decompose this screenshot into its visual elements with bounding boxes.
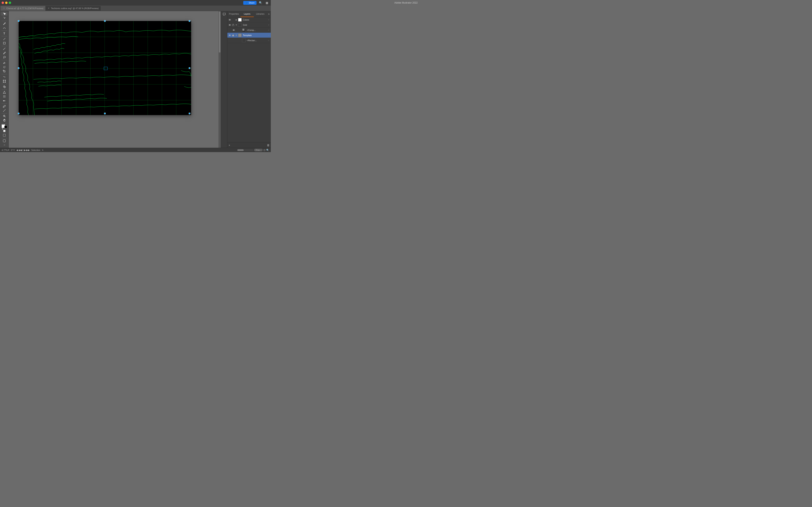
stroke-color-box[interactable]: [4, 125, 7, 128]
eyedropper-tool[interactable]: [1, 104, 7, 108]
grid-view-button[interactable]: ▦: [264, 0, 269, 5]
delete-layer-button[interactable]: 🗑: [267, 144, 270, 147]
rotate-tool[interactable]: [1, 65, 7, 69]
rectangle-tool[interactable]: [1, 41, 7, 45]
toolbar-divider-3: [2, 36, 7, 36]
rotation-dropdown-icon[interactable]: ▾: [13, 149, 15, 151]
toolbar-divider-1: [2, 21, 7, 21]
handle-bottom-left[interactable]: [18, 113, 19, 114]
handle-mid-left[interactable]: [18, 67, 19, 69]
layer-colors[interactable]: ▶ Colors ○: [227, 17, 271, 22]
pencil-tool[interactable]: [1, 51, 7, 55]
eraser-tool[interactable]: [1, 61, 7, 65]
layer-colors-expand[interactable]: ▶: [235, 18, 238, 21]
selection-tool[interactable]: [1, 12, 7, 16]
hand-tool[interactable]: [1, 118, 7, 122]
last-artboard-button[interactable]: ▶▶: [26, 149, 30, 152]
handle-top-right[interactable]: [189, 20, 190, 22]
pen-tool[interactable]: [1, 22, 7, 25]
handle-bottom-right[interactable]: [189, 113, 190, 114]
artboard-tool[interactable]: [1, 139, 7, 143]
perspective-grid-tool[interactable]: [1, 90, 7, 94]
gradient-tool[interactable]: [1, 99, 7, 103]
tab-2-close[interactable]: ✕: [47, 7, 50, 9]
layer-comp[interactable]: <Comp... ○: [227, 27, 271, 33]
layer-grid-lock[interactable]: [232, 23, 235, 26]
layer-grid-thumb: [238, 23, 242, 27]
layers-panel: ▶ Colors ○ ▼ Grid ○: [227, 17, 271, 142]
add-layer-button[interactable]: +: [229, 144, 230, 147]
artwork-svg: [19, 21, 191, 115]
zoom-control[interactable]: 4.77% ▾: [2, 149, 9, 151]
tab-libraries[interactable]: Libraries: [254, 11, 267, 17]
handle-mid-right[interactable]: [189, 67, 190, 69]
tab-layers[interactable]: Layers: [241, 11, 254, 17]
color-swatch-area[interactable]: [2, 124, 7, 128]
layer-template-options[interactable]: ○: [267, 34, 270, 37]
handle-top-center[interactable]: [104, 20, 106, 22]
share-button[interactable]: 👤 Share: [243, 1, 257, 5]
rotation-control[interactable]: 0° ▾: [11, 149, 15, 151]
scroll-indicator: [237, 149, 253, 151]
layer-colors-options[interactable]: ○: [267, 18, 270, 21]
panel-expand-button[interactable]: ≡: [267, 11, 271, 17]
svg-point-10: [3, 82, 4, 82]
shape-builder-tool[interactable]: [1, 85, 7, 89]
handle-bottom-center[interactable]: [104, 113, 106, 114]
layer-template-lock[interactable]: [232, 34, 235, 37]
layers-panel-footer: + 🗑: [227, 142, 271, 148]
minimize-button[interactable]: [5, 2, 7, 4]
layer-comp-options[interactable]: ○: [267, 29, 270, 32]
scale-tool[interactable]: [1, 69, 7, 73]
close-button[interactable]: [2, 2, 4, 4]
type-tool[interactable]: T: [1, 32, 7, 35]
layer-rectan-options[interactable]: ○: [267, 39, 270, 42]
screen-mode-button[interactable]: [1, 133, 7, 137]
layer-template-expand[interactable]: ▼: [235, 34, 238, 37]
more-tools-button[interactable]: ···: [1, 143, 7, 147]
layer-grid-expand[interactable]: ▼: [235, 23, 238, 26]
svg-rect-33: [19, 21, 191, 115]
selection-arrow-icon: [42, 149, 44, 151]
type-icon: T: [3, 32, 5, 35]
zoom-dropdown-icon[interactable]: ▾: [8, 149, 9, 151]
prev-artboard-button[interactable]: ◀: [16, 149, 18, 152]
chat-button[interactable]: [222, 12, 226, 17]
layer-colors-visibility[interactable]: [228, 18, 231, 21]
tab-1-close[interactable]: ✕: [3, 7, 5, 9]
handle-top-left[interactable]: [18, 20, 19, 22]
layer-grid-visibility[interactable]: [228, 23, 231, 26]
warp-tool[interactable]: [1, 75, 7, 79]
layer-template-visibility[interactable]: [228, 34, 231, 37]
curvature-tool[interactable]: [1, 26, 7, 30]
canvas-area[interactable]: [9, 11, 221, 148]
search-button[interactable]: 🔍: [258, 0, 263, 5]
tab-2[interactable]: ✕ Techtonic outline.svg* @ 47.68 % (RGB/…: [45, 6, 101, 11]
line-tool[interactable]: [1, 37, 7, 41]
layer-grid-name: Grid: [242, 24, 267, 26]
canvas-scrollbar-vertical[interactable]: [218, 11, 221, 148]
measure-tool[interactable]: [1, 109, 7, 112]
tab-properties[interactable]: Properties: [227, 11, 241, 17]
layer-grid-options[interactable]: ○: [267, 23, 270, 26]
maximize-button[interactable]: [9, 2, 11, 4]
layer-grid[interactable]: ▼ Grid ○: [227, 22, 271, 27]
svg-point-52: [230, 19, 230, 20]
free-transform-tool[interactable]: [1, 79, 7, 83]
next-artboard-button[interactable]: ▶: [24, 149, 26, 152]
layer-rectan[interactable]: <Rectan... ○: [227, 38, 271, 43]
fill-stroke-toggle[interactable]: [1, 129, 7, 133]
direct-selection-tool[interactable]: [1, 16, 7, 20]
scrollbar-thumb-vertical[interactable]: [219, 11, 220, 53]
zoom-tool[interactable]: [1, 114, 7, 118]
mesh-tool[interactable]: [1, 95, 7, 99]
tab-1[interactable]: ✕ Chenor.ai* @ 4.77 % (CMYK/Preview): [1, 6, 45, 11]
zoom-fit-button[interactable]: ⊡: [263, 149, 265, 152]
grid-icon: ▦: [266, 1, 268, 4]
paintbrush-tool[interactable]: [1, 47, 7, 51]
zoom-actual-button[interactable]: 🔍: [266, 149, 269, 152]
first-artboard-button[interactable]: ◀◀: [18, 149, 22, 152]
layer-template[interactable]: ▼ Template ○: [227, 33, 271, 38]
layer-comp-visibility[interactable]: [232, 29, 235, 32]
blob-brush-tool[interactable]: [1, 55, 7, 59]
